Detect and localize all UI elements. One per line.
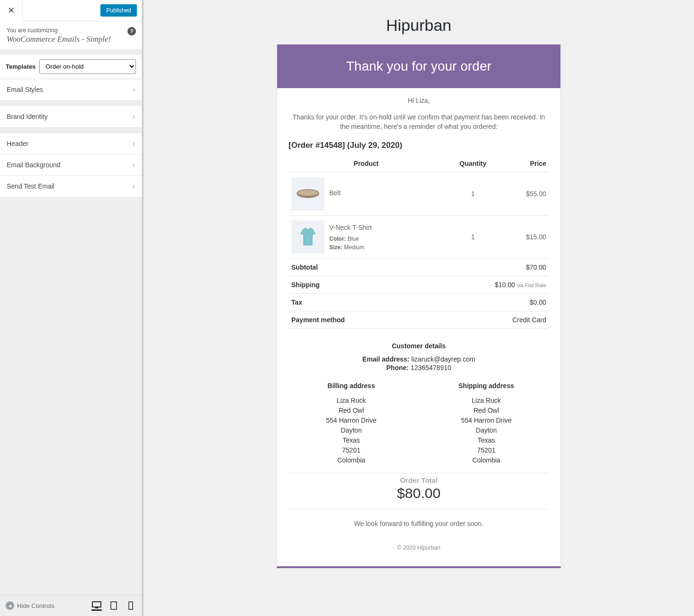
chevron-right-icon: › <box>133 112 135 121</box>
product-name: V-Neck T-Shirt <box>329 223 372 233</box>
greeting: Hi Liza, <box>288 97 549 104</box>
templates-label: Templates <box>6 63 36 70</box>
chevron-right-icon: › <box>133 85 135 94</box>
customizing-label: You are customizing <box>7 27 135 34</box>
shipping-address: Shipping address Liza RuckRed Owl 554 Ha… <box>424 381 549 465</box>
hide-controls-button[interactable]: ◄ Hide Controls <box>6 601 54 610</box>
product-price: $55.00 <box>502 172 549 216</box>
svg-point-5 <box>297 190 319 196</box>
customer-email: Email address: lizaruck@dayrep.com <box>288 355 549 363</box>
chevron-right-icon: › <box>133 161 135 169</box>
col-quantity: Quantity <box>444 155 503 172</box>
table-row: Belt 1 $55.00 <box>288 172 549 216</box>
templates-row: Templates Order on-hold <box>0 54 142 79</box>
product-name: Belt <box>329 188 341 198</box>
customer-details-title: Customer details <box>288 342 549 350</box>
col-product: Product <box>288 155 444 172</box>
templates-select[interactable]: Order on-hold <box>39 59 136 74</box>
customizing-panel: You are customizing WooCommerce Emails -… <box>0 21 142 50</box>
help-icon[interactable]: ? <box>127 27 136 36</box>
product-price: $15.00 <box>502 216 549 259</box>
device-desktop-icon[interactable] <box>91 600 102 611</box>
brand-title: Hipurban <box>153 0 685 44</box>
email-header: Thank you for your order <box>277 45 560 88</box>
publish-button[interactable]: Published <box>100 4 137 17</box>
product-qty: 1 <box>444 172 503 216</box>
chevron-left-icon: ◄ <box>6 601 14 610</box>
preview-pane: Hipurban Thank you for your order Hi Liz… <box>142 0 694 616</box>
sidebar-item-label: Header <box>7 140 28 147</box>
chevron-right-icon: › <box>133 139 135 148</box>
product-thumb-tshirt <box>291 220 324 254</box>
billing-address: Billing address Liza RuckRed Owl 554 Har… <box>288 381 414 465</box>
close-button[interactable]: ✕ <box>0 0 23 21</box>
order-table: Product Quantity Price <box>288 155 549 329</box>
chevron-right-icon: › <box>133 182 135 190</box>
sidebar-item-email-styles[interactable]: Email Styles › <box>0 79 142 100</box>
sidebar-item-email-background[interactable]: Email Background › <box>0 154 142 176</box>
device-tablet-icon[interactable] <box>108 600 119 611</box>
sidebar-item-label: Brand Identity <box>7 113 47 120</box>
email-footer: © 2020 Hipurban <box>288 539 549 560</box>
order-heading: [Order #14548] (July 29, 2020) <box>288 141 549 150</box>
email-card: Thank you for your order Hi Liza, Thanks… <box>277 44 561 568</box>
sidebar-item-brand-identity[interactable]: Brand Identity › <box>0 106 142 127</box>
sidebar-item-label: Send Test Email <box>7 182 54 190</box>
order-total-value: $80.00 <box>288 485 549 501</box>
customizing-title: WooCommerce Emails - Simple! <box>7 35 135 44</box>
order-total-label: Order Total <box>288 476 549 484</box>
device-mobile-icon[interactable] <box>126 600 136 611</box>
customer-phone: Phone: 12365478910 <box>288 364 549 371</box>
closing-text: We look forward to fulfilling your order… <box>288 520 549 527</box>
product-thumb-belt <box>291 177 324 210</box>
hide-controls-label: Hide Controls <box>17 602 54 609</box>
sidebar-item-label: Email Background <box>7 161 61 169</box>
svg-rect-2 <box>111 602 117 609</box>
sidebar-item-label: Email Styles <box>7 86 43 93</box>
sidebar-item-send-test-email[interactable]: Send Test Email › <box>0 176 142 197</box>
intro-text: Thanks for your order. It's on-hold unti… <box>288 113 549 131</box>
col-price: Price <box>502 155 549 172</box>
close-icon: ✕ <box>8 5 15 16</box>
svg-rect-1 <box>95 607 98 608</box>
customizer-sidebar: ✕ Published You are customizing WooComme… <box>0 0 142 616</box>
sidebar-item-header[interactable]: Header › <box>0 133 142 154</box>
svg-rect-0 <box>92 602 101 607</box>
svg-rect-3 <box>129 602 133 609</box>
table-row: V-Neck T-Shirt Color: Blue Size: Medium … <box>288 216 549 259</box>
product-qty: 1 <box>444 216 503 259</box>
